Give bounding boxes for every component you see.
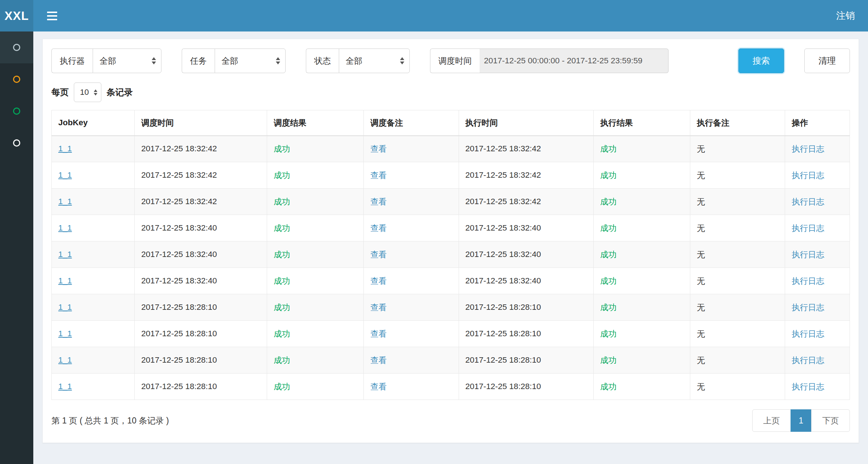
handle-msg-cell: 无	[690, 162, 785, 189]
clear-button[interactable]: 清理	[804, 48, 850, 73]
jobkey-link[interactable]: 1_1	[58, 355, 72, 364]
execution-log-link[interactable]: 执行日志	[792, 171, 824, 180]
execution-log-link[interactable]: 执行日志	[792, 250, 824, 259]
trigger-msg-link[interactable]: 查看	[370, 144, 387, 153]
column-header: 调度时间	[135, 110, 267, 136]
log-table-row: 1_1 2017-12-25 18:28:10 成功 查看 2017-12-25…	[52, 347, 850, 374]
pagination: 上页 1 下页	[752, 409, 850, 432]
trigger-time-cell: 2017-12-25 18:32:40	[135, 268, 267, 294]
handle-result-cell: 成功	[594, 268, 690, 294]
trigger-msg-link[interactable]: 查看	[370, 356, 387, 365]
circle-icon	[13, 76, 20, 83]
select-arrows-icon	[94, 89, 97, 96]
prev-page-button[interactable]: 上页	[752, 409, 791, 432]
filter-row: 执行器 全部 任务 全部 状态 全部	[51, 48, 850, 73]
current-page-button[interactable]: 1	[791, 409, 812, 432]
jobkey-link[interactable]: 1_1	[58, 382, 72, 391]
trigger-time-cell: 2017-12-25 18:32:42	[135, 189, 267, 215]
handle-result-cell: 成功	[594, 321, 690, 347]
per-page-prefix: 每页	[51, 87, 69, 98]
execution-log-link[interactable]: 执行日志	[792, 144, 824, 153]
handle-msg-cell: 无	[690, 321, 785, 347]
content-box: 执行器 全部 任务 全部 状态 全部	[42, 39, 859, 443]
trigger-msg-link[interactable]: 查看	[370, 303, 387, 312]
handle-time-cell: 2017-12-25 18:32:40	[459, 268, 594, 294]
trigger-result-cell: 成功	[267, 241, 364, 268]
table-footer: 第 1 页 ( 总共 1 页，10 条记录 ) 上页 1 下页	[51, 409, 850, 432]
jobkey-link[interactable]: 1_1	[58, 276, 72, 285]
execution-log-link[interactable]: 执行日志	[792, 329, 824, 338]
trigger-msg-link[interactable]: 查看	[370, 329, 387, 338]
trigger-result-cell: 成功	[267, 321, 364, 347]
log-table-row: 1_1 2017-12-25 18:32:42 成功 查看 2017-12-25…	[52, 136, 850, 162]
trigger-result-cell: 成功	[267, 162, 364, 189]
trigger-msg-link[interactable]: 查看	[370, 382, 387, 391]
trigger-time-cell: 2017-12-25 18:28:10	[135, 374, 267, 400]
handle-time-cell: 2017-12-25 18:32:42	[459, 162, 594, 189]
sidebar-item[interactable]	[0, 127, 33, 159]
log-table-row: 1_1 2017-12-25 18:32:40 成功 查看 2017-12-25…	[52, 241, 850, 268]
handle-result-cell: 成功	[594, 294, 690, 321]
handle-time-cell: 2017-12-25 18:28:10	[459, 374, 594, 400]
jobkey-link[interactable]: 1_1	[58, 303, 72, 312]
sidebar-item[interactable]	[0, 63, 33, 95]
column-header: 执行备注	[690, 110, 785, 136]
search-button[interactable]: 搜索	[738, 48, 784, 73]
log-table-row: 1_1 2017-12-25 18:32:40 成功 查看 2017-12-25…	[52, 215, 850, 241]
trigger-time-filter-label: 调度时间	[430, 48, 480, 73]
logout-link[interactable]: 注销	[836, 9, 855, 22]
status-filter-label: 状态	[306, 48, 339, 73]
jobkey-link[interactable]: 1_1	[58, 197, 72, 206]
handle-time-cell: 2017-12-25 18:28:10	[459, 347, 594, 374]
column-header: 执行时间	[459, 110, 594, 136]
select-arrows-icon	[152, 57, 156, 64]
trigger-msg-link[interactable]: 查看	[370, 171, 387, 180]
handle-result-cell: 成功	[594, 136, 690, 162]
execution-log-link[interactable]: 执行日志	[792, 224, 824, 233]
handle-time-cell: 2017-12-25 18:28:10	[459, 321, 594, 347]
trigger-msg-link[interactable]: 查看	[370, 277, 387, 286]
column-header: 执行结果	[594, 110, 690, 136]
jobkey-link[interactable]: 1_1	[58, 329, 72, 338]
jobkey-link[interactable]: 1_1	[58, 250, 72, 259]
per-page-select[interactable]: 10	[74, 83, 101, 102]
log-table: JobKey调度时间调度结果调度备注执行时间执行结果执行备注操作 1_1 201…	[51, 110, 850, 400]
trigger-msg-link[interactable]: 查看	[370, 197, 387, 206]
execution-log-link[interactable]: 执行日志	[792, 197, 824, 206]
execution-log-link[interactable]: 执行日志	[792, 303, 824, 312]
job-select[interactable]: 全部	[215, 48, 286, 73]
circle-icon	[13, 44, 20, 51]
execution-log-link[interactable]: 执行日志	[792, 356, 824, 365]
circle-icon	[13, 139, 20, 147]
trigger-time-range-input[interactable]	[480, 48, 669, 73]
executor-select[interactable]: 全部	[93, 48, 161, 73]
status-filter: 状态 全部	[306, 48, 410, 73]
handle-msg-cell: 无	[690, 268, 785, 294]
sidebar-item[interactable]	[0, 31, 33, 63]
jobkey-link[interactable]: 1_1	[58, 223, 72, 232]
trigger-msg-link[interactable]: 查看	[370, 250, 387, 259]
trigger-msg-link[interactable]: 查看	[370, 224, 387, 233]
circle-icon	[13, 107, 20, 115]
log-table-row: 1_1 2017-12-25 18:28:10 成功 查看 2017-12-25…	[52, 294, 850, 321]
handle-msg-cell: 无	[690, 347, 785, 374]
execution-log-link[interactable]: 执行日志	[792, 277, 824, 286]
jobkey-link[interactable]: 1_1	[58, 144, 72, 153]
execution-log-link[interactable]: 执行日志	[792, 382, 824, 391]
menu-toggle-icon[interactable]	[44, 8, 60, 24]
jobkey-link[interactable]: 1_1	[58, 170, 72, 180]
log-table-row: 1_1 2017-12-25 18:32:40 成功 查看 2017-12-25…	[52, 268, 850, 294]
sidebar-item[interactable]	[0, 95, 33, 127]
next-page-button[interactable]: 下页	[811, 409, 850, 432]
job-filter: 任务 全部	[182, 48, 286, 73]
handle-result-cell: 成功	[594, 215, 690, 241]
handle-msg-cell: 无	[690, 189, 785, 215]
handle-msg-cell: 无	[690, 374, 785, 400]
pagination-info: 第 1 页 ( 总共 1 页，10 条记录 )	[51, 415, 169, 426]
app-logo[interactable]: XXL	[0, 0, 33, 31]
trigger-result-cell: 成功	[267, 136, 364, 162]
handle-result-cell: 成功	[594, 374, 690, 400]
handle-time-cell: 2017-12-25 18:32:40	[459, 241, 594, 268]
select-arrows-icon	[400, 57, 404, 64]
status-select[interactable]: 全部	[339, 48, 410, 73]
